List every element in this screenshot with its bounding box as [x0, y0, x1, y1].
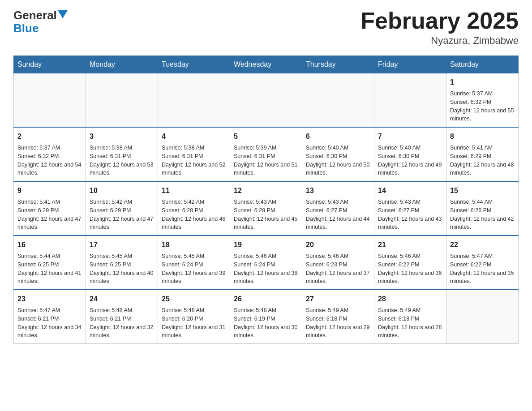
- month-title: February 2025: [360, 9, 519, 32]
- daylight-info: Daylight: 12 hours and 36 minutes.: [378, 269, 442, 286]
- sunset-info: Sunset: 6:32 PM: [17, 152, 82, 161]
- header: General Blue February 2025 Nyazura, Zimb…: [13, 9, 519, 47]
- day-number: 14: [378, 185, 442, 196]
- daylight-info: Daylight: 12 hours and 39 minutes.: [162, 269, 226, 286]
- daylight-info: Daylight: 12 hours and 34 minutes.: [17, 323, 82, 340]
- day-number: 27: [306, 294, 370, 304]
- daylight-info: Daylight: 12 hours and 51 minutes.: [234, 161, 298, 178]
- calendar-cell: 28Sunrise: 5:49 AMSunset: 6:18 PMDayligh…: [374, 290, 446, 344]
- calendar-cell: 19Sunrise: 5:46 AMSunset: 6:24 PMDayligh…: [230, 235, 302, 290]
- sunset-info: Sunset: 6:28 PM: [234, 206, 298, 215]
- sunset-info: Sunset: 6:22 PM: [378, 261, 442, 269]
- calendar-cell: 10Sunrise: 5:42 AMSunset: 6:29 PMDayligh…: [86, 181, 158, 235]
- sunrise-info: Sunrise: 5:48 AM: [90, 306, 154, 315]
- sunrise-info: Sunrise: 5:44 AM: [17, 252, 82, 261]
- sunrise-info: Sunrise: 5:39 AM: [234, 144, 298, 152]
- sunset-info: Sunset: 6:20 PM: [162, 315, 226, 323]
- day-number: 24: [90, 294, 154, 304]
- sunrise-info: Sunrise: 5:48 AM: [162, 306, 226, 315]
- day-header-monday: Monday: [86, 56, 158, 73]
- sunrise-info: Sunrise: 5:40 AM: [306, 144, 370, 152]
- sunrise-info: Sunrise: 5:44 AM: [450, 198, 515, 206]
- sunset-info: Sunset: 6:24 PM: [234, 261, 298, 269]
- sunrise-info: Sunrise: 5:48 AM: [234, 306, 298, 315]
- sunrise-info: Sunrise: 5:46 AM: [234, 252, 298, 261]
- sunset-info: Sunset: 6:30 PM: [306, 152, 370, 161]
- day-header-saturday: Saturday: [446, 56, 519, 73]
- sunrise-info: Sunrise: 5:49 AM: [306, 306, 370, 315]
- sunset-info: Sunset: 6:21 PM: [17, 315, 82, 323]
- day-number: 5: [234, 131, 298, 142]
- sunrise-info: Sunrise: 5:38 AM: [90, 144, 154, 152]
- day-number: 19: [234, 240, 298, 250]
- calendar-cell: 24Sunrise: 5:48 AMSunset: 6:21 PMDayligh…: [86, 290, 158, 344]
- day-header-thursday: Thursday: [302, 56, 374, 73]
- sunset-info: Sunset: 6:21 PM: [90, 315, 154, 323]
- calendar-cell: [230, 73, 302, 128]
- day-header-wednesday: Wednesday: [230, 56, 302, 73]
- sunset-info: Sunset: 6:32 PM: [450, 98, 515, 107]
- logo-blue: Blue: [13, 21, 39, 35]
- sunset-info: Sunset: 6:25 PM: [17, 261, 82, 269]
- calendar: SundayMondayTuesdayWednesdayThursdayFrid…: [13, 56, 519, 344]
- calendar-cell: 20Sunrise: 5:46 AMSunset: 6:23 PMDayligh…: [302, 235, 374, 290]
- sunset-info: Sunset: 6:31 PM: [162, 152, 226, 161]
- daylight-info: Daylight: 12 hours and 50 minutes.: [306, 161, 370, 178]
- calendar-cell: [302, 73, 374, 128]
- sunrise-info: Sunrise: 5:45 AM: [90, 252, 154, 261]
- daylight-info: Daylight: 12 hours and 42 minutes.: [450, 215, 515, 232]
- calendar-cell: 18Sunrise: 5:45 AMSunset: 6:24 PMDayligh…: [158, 235, 230, 290]
- calendar-cell: 2Sunrise: 5:37 AMSunset: 6:32 PMDaylight…: [14, 127, 86, 181]
- day-header-friday: Friday: [374, 56, 446, 73]
- daylight-info: Daylight: 12 hours and 49 minutes.: [378, 161, 442, 178]
- calendar-cell: 17Sunrise: 5:45 AMSunset: 6:25 PMDayligh…: [86, 235, 158, 290]
- sunrise-info: Sunrise: 5:41 AM: [17, 198, 82, 206]
- sunrise-info: Sunrise: 5:45 AM: [162, 252, 226, 261]
- day-number: 9: [17, 185, 82, 196]
- daylight-info: Daylight: 12 hours and 46 minutes.: [162, 215, 226, 232]
- calendar-cell: 22Sunrise: 5:47 AMSunset: 6:22 PMDayligh…: [446, 235, 519, 290]
- daylight-info: Daylight: 12 hours and 35 minutes.: [450, 269, 515, 286]
- day-header-tuesday: Tuesday: [158, 56, 230, 73]
- svg-marker-0: [58, 10, 68, 18]
- day-number: 6: [306, 131, 370, 142]
- daylight-info: Daylight: 12 hours and 53 minutes.: [90, 161, 154, 178]
- sunset-info: Sunset: 6:29 PM: [17, 206, 82, 215]
- sunrise-info: Sunrise: 5:49 AM: [378, 306, 442, 315]
- day-number: 8: [450, 131, 515, 142]
- sunset-info: Sunset: 6:31 PM: [234, 152, 298, 161]
- week-row-1: 1Sunrise: 5:37 AMSunset: 6:32 PMDaylight…: [14, 73, 519, 128]
- day-number: 20: [306, 240, 370, 250]
- week-row-5: 23Sunrise: 5:47 AMSunset: 6:21 PMDayligh…: [14, 290, 519, 344]
- daylight-info: Daylight: 12 hours and 38 minutes.: [234, 269, 298, 286]
- calendar-cell: 25Sunrise: 5:48 AMSunset: 6:20 PMDayligh…: [158, 290, 230, 344]
- calendar-cell: 1Sunrise: 5:37 AMSunset: 6:32 PMDaylight…: [446, 73, 519, 128]
- calendar-cell: 14Sunrise: 5:43 AMSunset: 6:27 PMDayligh…: [374, 181, 446, 235]
- calendar-cell: 9Sunrise: 5:41 AMSunset: 6:29 PMDaylight…: [14, 181, 86, 235]
- calendar-cell: 6Sunrise: 5:40 AMSunset: 6:30 PMDaylight…: [302, 127, 374, 181]
- sunrise-info: Sunrise: 5:38 AM: [162, 144, 226, 152]
- calendar-cell: 16Sunrise: 5:44 AMSunset: 6:25 PMDayligh…: [14, 235, 86, 290]
- daylight-info: Daylight: 12 hours and 47 minutes.: [90, 215, 154, 232]
- calendar-cell: 5Sunrise: 5:39 AMSunset: 6:31 PMDaylight…: [230, 127, 302, 181]
- logo-general: General: [13, 9, 57, 22]
- calendar-cell: [446, 290, 519, 344]
- day-number: 28: [378, 294, 442, 304]
- day-number: 23: [17, 294, 82, 304]
- sunrise-info: Sunrise: 5:40 AM: [378, 144, 442, 152]
- daylight-info: Daylight: 12 hours and 40 minutes.: [90, 269, 154, 286]
- sunset-info: Sunset: 6:18 PM: [306, 315, 370, 323]
- calendar-cell: [374, 73, 446, 128]
- sunrise-info: Sunrise: 5:41 AM: [450, 144, 515, 152]
- day-number: 21: [378, 240, 442, 250]
- sunrise-info: Sunrise: 5:43 AM: [234, 198, 298, 206]
- daylight-info: Daylight: 12 hours and 43 minutes.: [378, 215, 442, 232]
- day-number: 15: [450, 185, 515, 196]
- location: Nyazura, Zimbabwe: [360, 35, 519, 47]
- sunrise-info: Sunrise: 5:47 AM: [450, 252, 515, 261]
- daylight-info: Daylight: 12 hours and 52 minutes.: [162, 161, 226, 178]
- day-number: 11: [162, 185, 226, 196]
- logo: General Blue: [13, 9, 68, 34]
- calendar-cell: 26Sunrise: 5:48 AMSunset: 6:19 PMDayligh…: [230, 290, 302, 344]
- calendar-cell: 11Sunrise: 5:42 AMSunset: 6:28 PMDayligh…: [158, 181, 230, 235]
